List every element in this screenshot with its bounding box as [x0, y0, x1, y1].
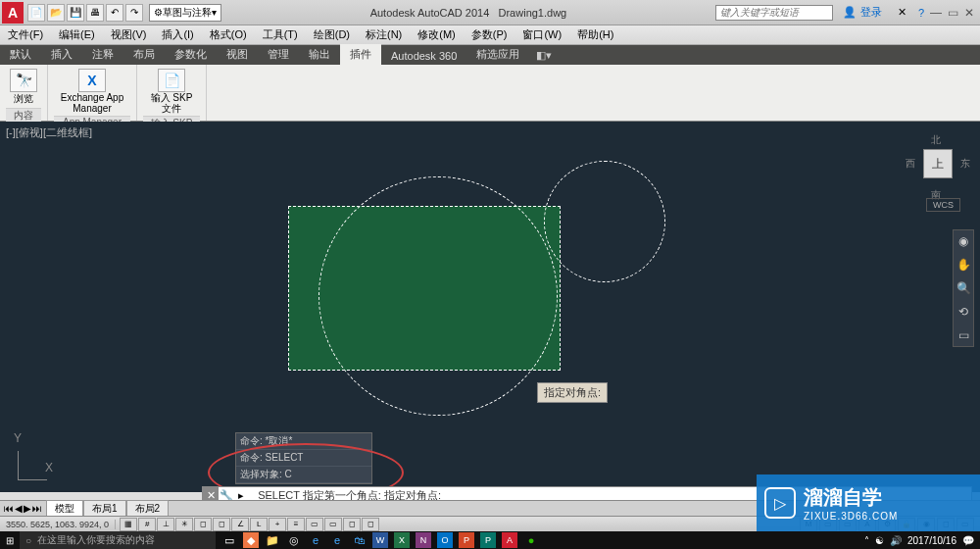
start-button[interactable]: ⊞: [0, 531, 20, 549]
tab-next-icon[interactable]: ▶: [24, 503, 31, 514]
view-cube[interactable]: 北 南 西 东 上: [909, 135, 966, 192]
nav-show-icon[interactable]: ▭: [958, 328, 969, 342]
browser-icon[interactable]: ◎: [286, 532, 302, 548]
tab-insert[interactable]: 插入: [41, 44, 82, 65]
help-icon[interactable]: ?: [918, 7, 924, 19]
close-button[interactable]: ✕: [964, 6, 974, 20]
exchange-app-button[interactable]: X Exchange App Manager: [54, 67, 130, 116]
nav-wheel-icon[interactable]: ◉: [958, 234, 968, 248]
nav-orbit-icon[interactable]: ⟲: [958, 305, 968, 319]
menu-tools[interactable]: 工具(T): [255, 27, 306, 42]
menu-window[interactable]: 窗口(W): [514, 27, 569, 42]
viewcube-top[interactable]: 上: [923, 149, 953, 178]
tab-plugins[interactable]: 插件: [340, 44, 381, 65]
qp-toggle[interactable]: ▭: [324, 518, 342, 531]
menu-view[interactable]: 视图(V): [103, 27, 155, 42]
login-link[interactable]: 👤 登录: [843, 5, 882, 20]
dyn-toggle[interactable]: +: [269, 518, 286, 531]
menu-format[interactable]: 格式(O): [202, 27, 255, 42]
tab-first-icon[interactable]: ⏮: [4, 503, 14, 514]
workspace-selector[interactable]: ⚙ 草图与注释 ▾: [149, 4, 221, 22]
onenote-icon[interactable]: N: [416, 532, 431, 548]
outlook-icon[interactable]: O: [437, 532, 453, 548]
tray-up-icon[interactable]: ˄: [864, 535, 869, 546]
navigation-bar[interactable]: ◉ ✋ 🔍 ⟲ ▭: [953, 229, 974, 347]
3dosnap-toggle[interactable]: ◻: [213, 518, 230, 531]
taskbar-search[interactable]: ○ 在这里输入你要搜索的内容: [20, 531, 216, 549]
menu-file[interactable]: 文件(F): [0, 27, 51, 42]
minimize-button[interactable]: —: [930, 6, 942, 20]
store-icon[interactable]: 🛍: [351, 532, 367, 548]
tab-last-icon[interactable]: ⏭: [32, 503, 42, 514]
qat-save[interactable]: 💾: [67, 4, 84, 22]
snap-toggle[interactable]: ▦: [120, 518, 137, 531]
tab-featured[interactable]: 精选应用: [466, 44, 529, 65]
menu-param[interactable]: 参数(P): [464, 27, 515, 42]
menu-modify[interactable]: 修改(M): [410, 27, 464, 42]
layout-tab-1[interactable]: 布局1: [83, 500, 126, 517]
qat-new[interactable]: 📄: [27, 4, 45, 22]
polar-toggle[interactable]: ✳: [175, 518, 193, 531]
tab-view[interactable]: 视图: [217, 44, 258, 65]
lwt-toggle[interactable]: ≡: [287, 518, 305, 531]
autocad-icon[interactable]: A: [502, 532, 517, 548]
exchange-icon[interactable]: ✕: [898, 6, 906, 19]
ime-icon[interactable]: ☯: [875, 535, 884, 546]
menu-help[interactable]: 帮助(H): [569, 27, 621, 42]
menu-draw[interactable]: 绘图(D): [306, 27, 358, 42]
tab-annotate[interactable]: 注释: [82, 44, 123, 65]
wcs-label[interactable]: WCS: [926, 198, 960, 212]
help-search-input[interactable]: [715, 5, 833, 21]
browse-button[interactable]: 🔭 浏览: [6, 67, 41, 108]
menu-edit[interactable]: 编辑(E): [51, 27, 103, 42]
layout-tab-model[interactable]: 模型: [46, 500, 83, 517]
osnap-toggle[interactable]: ◻: [194, 518, 212, 531]
wechat-icon[interactable]: ●: [523, 532, 539, 548]
am-toggle[interactable]: ◻: [362, 518, 379, 531]
publisher-icon[interactable]: P: [480, 532, 496, 548]
folder-icon[interactable]: 📁: [265, 532, 280, 548]
ducs-toggle[interactable]: L: [250, 518, 268, 531]
layout-tab-2[interactable]: 布局2: [126, 500, 170, 517]
ppt-icon[interactable]: P: [459, 532, 474, 548]
ribbon-help-icon[interactable]: ◧▾: [533, 46, 555, 65]
grid-toggle[interactable]: #: [138, 518, 156, 531]
sc-toggle[interactable]: ◻: [343, 518, 361, 531]
notifications-icon[interactable]: 💬: [962, 535, 974, 546]
viewcube-north[interactable]: 北: [931, 133, 941, 147]
ortho-toggle[interactable]: ⊥: [157, 518, 174, 531]
qat-print[interactable]: 🖶: [86, 4, 104, 22]
qat-undo[interactable]: ↶: [106, 4, 123, 22]
taskview-icon[interactable]: ▭: [221, 532, 237, 548]
tab-layout[interactable]: 布局: [123, 44, 165, 65]
menu-insert[interactable]: 插入(I): [154, 27, 201, 42]
excel-icon[interactable]: X: [394, 532, 410, 548]
tab-manage[interactable]: 管理: [258, 44, 299, 65]
taskbar-date[interactable]: 2017/10/16: [907, 535, 956, 546]
tab-prev-icon[interactable]: ◀: [15, 503, 23, 514]
tab-parametric[interactable]: 参数化: [165, 44, 217, 65]
tab-output[interactable]: 输出: [299, 44, 340, 65]
volume-icon[interactable]: 🔊: [890, 535, 902, 546]
menu-dim[interactable]: 标注(N): [358, 27, 410, 42]
ribbon-panel: 🔭 浏览 内容 X Exchange App Manager App Manag…: [0, 65, 980, 122]
tpy-toggle[interactable]: ▭: [306, 518, 323, 531]
viewcube-east[interactable]: 东: [960, 157, 970, 171]
maximize-button[interactable]: ▭: [948, 6, 958, 20]
tab-default[interactable]: 默认: [0, 44, 41, 65]
app-logo[interactable]: A: [2, 2, 24, 24]
nav-pan-icon[interactable]: ✋: [956, 258, 971, 272]
qat-redo[interactable]: ↷: [125, 4, 143, 22]
edge-icon[interactable]: e: [329, 532, 345, 548]
tab-a360[interactable]: Autodesk 360: [381, 47, 466, 65]
viewport-label[interactable]: [-][俯视][二维线框]: [6, 125, 92, 140]
ie-icon[interactable]: e: [308, 532, 323, 548]
qat-open[interactable]: 📂: [47, 4, 65, 22]
import-skp-button[interactable]: 📄 输入 SKP 文件: [143, 67, 200, 116]
otrack-toggle[interactable]: ∠: [231, 518, 249, 531]
word-icon[interactable]: W: [372, 532, 388, 548]
app-icon[interactable]: ◆: [243, 532, 259, 548]
nav-zoom-icon[interactable]: 🔍: [956, 281, 971, 295]
viewcube-west[interactable]: 西: [906, 157, 915, 171]
drawing-canvas[interactable]: [-][俯视][二维线框] 指定对角点: 北 南 西 东 上 WCS ◉ ✋ 🔍…: [0, 122, 980, 492]
